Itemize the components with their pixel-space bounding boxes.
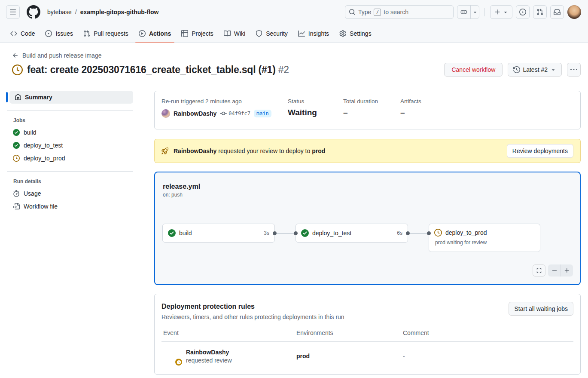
workflow-name: Build and push release image xyxy=(22,52,101,59)
breadcrumb-repo[interactable]: example-gitops-github-flow xyxy=(80,9,159,15)
run-status-card: Re-run triggered 2 minutes ago RainbowDa… xyxy=(154,91,581,129)
tab-label: Security xyxy=(266,30,288,37)
usage-label: Usage xyxy=(24,190,41,197)
sidebar-job-build[interactable]: build xyxy=(7,126,133,139)
rules-table-header: Event Environments Comment xyxy=(161,320,573,341)
run-main-content: Re-run triggered 2 minutes ago RainbowDa… xyxy=(154,91,581,375)
user-avatar[interactable] xyxy=(567,5,581,19)
workflow-file-name: release.yml xyxy=(163,183,580,191)
git-pull-request-icon xyxy=(536,9,543,15)
tab-pull-requests[interactable]: Pull requests xyxy=(80,24,132,43)
top-bar: bytebase / example-gitops-github-flow Ty… xyxy=(0,0,588,24)
job-duration: 6s xyxy=(397,230,402,236)
row-actor[interactable]: RainbowDashy xyxy=(186,349,232,356)
check-circle-icon xyxy=(13,129,20,136)
workflow-trigger: on: push xyxy=(163,192,580,198)
cancel-workflow-button[interactable]: Cancel workflow xyxy=(444,63,503,77)
job-duration: 3s xyxy=(264,230,269,236)
table-row: RainbowDashy requested review prod - xyxy=(161,342,573,370)
copilot-dropdown-button[interactable] xyxy=(470,6,479,18)
tab-label: Wiki xyxy=(234,30,245,37)
duration-label: Total duration xyxy=(343,98,400,104)
tab-code[interactable]: Code xyxy=(7,24,38,43)
workflow-jobs-row: build 3s deploy_to_test 6s deploy_to_pro… xyxy=(162,224,540,252)
banner-message: requested your review to deploy to xyxy=(218,148,310,154)
trigger-text: Re-run triggered 2 minutes ago xyxy=(161,98,288,104)
sidebar-job-deploy-to-prod[interactable]: deploy_to_prod xyxy=(7,152,133,165)
graph-job-build[interactable]: build 3s xyxy=(162,224,275,243)
run-sidebar: Summary Jobs build deploy_to_test deploy… xyxy=(7,91,133,375)
actor-name[interactable]: RainbowDashy xyxy=(174,110,216,117)
plus-icon xyxy=(494,9,501,15)
notifications-inbox-button[interactable] xyxy=(550,5,564,19)
banner-actor: RainbowDashy xyxy=(174,148,216,154)
pull-requests-dashboard-button[interactable] xyxy=(533,5,547,19)
kebab-horizontal-icon xyxy=(570,66,577,73)
create-new-button[interactable] xyxy=(490,5,512,19)
issue-opened-icon xyxy=(45,30,52,37)
stopwatch-icon xyxy=(13,190,20,197)
copilot-button[interactable] xyxy=(457,6,470,18)
breadcrumb-owner[interactable]: bytebase xyxy=(47,9,72,15)
sidebar-item-usage[interactable]: Usage xyxy=(7,187,133,200)
workflow-graph-panel[interactable]: release.yml on: push build 3s deploy_to_… xyxy=(154,172,581,285)
graph-job-deploy-to-test[interactable]: deploy_to_test 6s xyxy=(296,224,408,243)
column-environments: Environments xyxy=(296,329,403,336)
commit-info[interactable]: 04f9fc7 xyxy=(220,110,250,117)
clock-icon xyxy=(13,155,20,162)
job-connector xyxy=(406,231,431,235)
tab-security[interactable]: Security xyxy=(252,24,291,43)
tab-settings[interactable]: Settings xyxy=(336,24,375,43)
sidebar-item-summary[interactable]: Summary xyxy=(9,91,133,104)
check-circle-icon xyxy=(168,229,176,237)
inbox-icon xyxy=(554,9,561,15)
commit-sha: 04f9fc7 xyxy=(228,111,250,117)
zoom-out-button[interactable] xyxy=(548,264,561,277)
tab-wiki[interactable]: Wiki xyxy=(220,24,249,43)
run-details-heading: Run details xyxy=(13,178,133,184)
page-title: feat: create 202503071616_create_ticket_… xyxy=(27,64,289,76)
sidebar-item-workflow-file[interactable]: Workflow file xyxy=(7,200,133,213)
row-event: requested review xyxy=(186,357,232,364)
tab-actions[interactable]: Actions xyxy=(135,24,174,43)
issues-dashboard-button[interactable] xyxy=(516,5,530,19)
sidebar-job-deploy-to-test[interactable]: deploy_to_test xyxy=(7,139,133,152)
book-icon xyxy=(224,30,231,37)
column-comment: Comment xyxy=(403,329,573,336)
artifacts-label: Artifacts xyxy=(400,98,421,104)
branch-badge[interactable]: main xyxy=(254,110,271,117)
graph-icon xyxy=(298,30,305,37)
rocket-icon xyxy=(161,148,168,154)
chevron-down-icon xyxy=(503,9,509,15)
actor-avatar[interactable] xyxy=(161,109,170,118)
start-all-waiting-jobs-button[interactable]: Start all waiting jobs xyxy=(509,302,573,316)
tab-label: Insights xyxy=(308,30,329,37)
home-icon xyxy=(15,94,21,101)
run-options-kebab-button[interactable] xyxy=(567,63,581,77)
job-connector xyxy=(273,231,298,235)
waiting-badge-icon xyxy=(174,358,183,366)
job-name: deploy_to_test xyxy=(312,230,351,237)
tab-insights[interactable]: Insights xyxy=(295,24,332,43)
tab-issues[interactable]: Issues xyxy=(42,24,76,43)
review-deployments-button[interactable]: Review deployments xyxy=(507,144,573,158)
banner-text: RainbowDashy requested your review to de… xyxy=(174,148,325,154)
copilot-button-group xyxy=(457,5,479,19)
fullscreen-button[interactable] xyxy=(533,264,545,277)
search-input[interactable]: Type / to search xyxy=(345,5,454,19)
back-to-workflow-link[interactable]: Build and push release image xyxy=(12,52,101,59)
latest-run-dropdown[interactable]: Latest #2 xyxy=(508,63,562,77)
graph-controls xyxy=(533,264,573,277)
plus-icon xyxy=(564,267,570,274)
hamburger-menu-button[interactable] xyxy=(6,5,20,19)
tab-projects[interactable]: Projects xyxy=(178,24,217,43)
job-name: deploy_to_prod xyxy=(445,229,487,236)
chevron-down-icon xyxy=(550,67,556,73)
sidebar-divider xyxy=(7,171,133,172)
zoom-in-button[interactable] xyxy=(561,264,573,277)
github-logo[interactable] xyxy=(27,5,40,19)
graph-job-deploy-to-prod[interactable]: deploy_to_prod prod waiting for review xyxy=(429,224,540,252)
run-number: #2 xyxy=(278,64,289,75)
tab-label: Issues xyxy=(55,30,73,37)
status-label: Status xyxy=(288,98,343,104)
